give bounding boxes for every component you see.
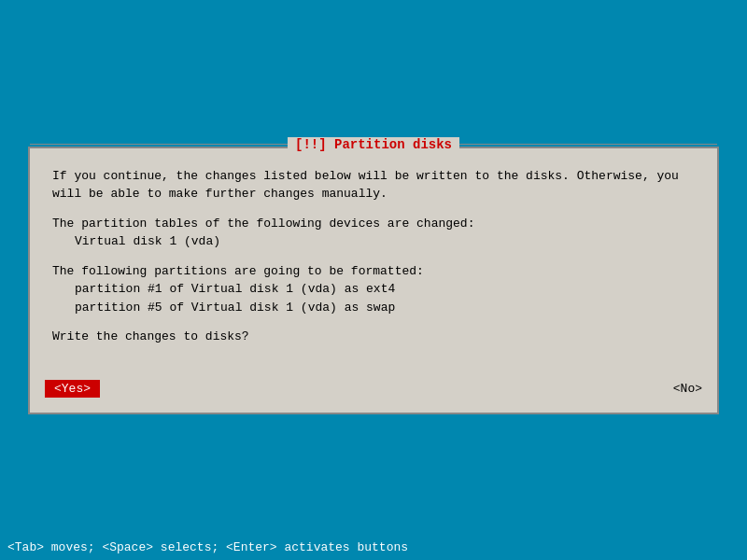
- paragraph-tables-header: The partition tables of the following de…: [52, 215, 695, 251]
- screen: [!!] Partition disks If you continue, th…: [0, 0, 747, 560]
- write-changes-question: Write the changes to disks?: [52, 328, 695, 346]
- status-bar: <Tab> moves; <Space> selects; <Enter> ac…: [0, 535, 747, 560]
- yes-button[interactable]: <Yes>: [45, 380, 100, 398]
- no-button[interactable]: <No>: [673, 382, 702, 396]
- paragraph-partitions-header: The following partitions are going to be…: [52, 262, 695, 317]
- button-row: <Yes> <No>: [30, 372, 717, 413]
- title-bar: [!!] Partition disks: [30, 137, 717, 152]
- status-bar-text: <Tab> moves; <Space> selects; <Enter> ac…: [7, 540, 408, 554]
- dialog-title: [!!] Partition disks: [288, 137, 459, 152]
- dialog-content: If you continue, the changes listed belo…: [30, 148, 717, 372]
- paragraph-continue: If you continue, the changes listed belo…: [52, 167, 695, 203]
- dialog-box: [!!] Partition disks If you continue, th…: [28, 147, 719, 414]
- title-bar-line-left: [30, 144, 288, 145]
- title-bar-line-right: [459, 144, 717, 145]
